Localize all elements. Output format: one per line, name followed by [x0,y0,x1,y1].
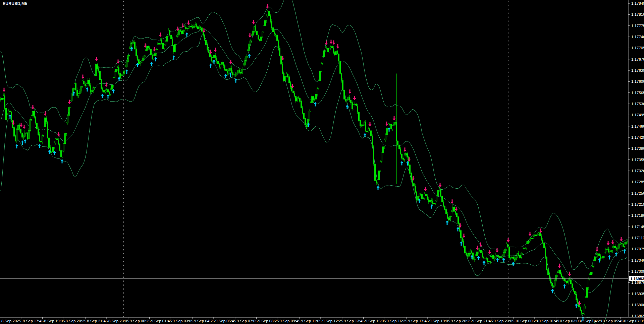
candle-body [169,30,170,35]
candle-body [534,236,535,237]
candle-body [554,280,555,286]
candle-body [435,201,436,203]
candle-body [249,44,250,51]
candle-body [423,198,424,198]
candle-body [38,129,39,134]
price-axis-label: 1.16865 [631,314,644,318]
price-axis-label: 1.17285 [631,180,644,184]
candle-body [219,64,220,67]
candle-body [4,96,5,109]
candle-body [419,194,420,196]
candle-body [503,252,504,256]
candle-body [575,291,576,294]
candle-body [78,93,79,95]
candle-body [15,136,16,141]
candle-body [2,99,3,100]
candle-body [235,75,236,75]
candle-body [16,130,17,141]
candle-body [63,144,64,151]
candle-body [603,256,604,258]
candle-body [412,180,413,184]
candle-body [23,136,24,137]
candle-body [172,39,173,45]
candle-body [338,54,339,61]
candle-body [247,51,248,56]
price-axis-label: 1.16900 [631,303,644,307]
candle-body [558,270,559,273]
candle-body [377,180,378,183]
time-axis-label: 9 Sep 04:25 [194,319,215,323]
candle-body [564,279,565,281]
candle-body [443,202,444,206]
candle-body [89,80,90,86]
candle-body [75,83,76,90]
price-axis-label: 1.17670 [631,57,644,61]
candle-body [619,244,620,248]
candle-body [141,61,142,62]
candle-body [255,26,256,31]
candle-body [363,125,364,126]
candle-body [595,257,596,261]
candle-body [359,112,360,121]
candle-body [431,200,432,201]
candle-body [428,199,429,202]
candle-body [522,249,523,253]
candle-body [263,26,264,32]
candle-body [37,123,38,129]
candle-body [152,55,153,59]
candle-body [257,31,258,35]
candle-body [581,310,582,313]
candle-body [585,298,586,306]
candle-body [438,190,439,196]
candle-body [243,65,244,69]
candle-body [294,93,295,96]
candle-body [434,203,435,204]
candle-body [118,68,119,73]
candle-body [55,139,56,143]
symbol-timeframe-label: EURUSD,M5 [3,1,27,6]
candle-body [253,31,254,36]
candle-body [220,64,221,67]
candle-body [27,133,28,139]
current-price-value: 1.16983 [630,277,644,281]
candle-body [600,256,601,259]
candle-body [67,115,68,123]
candle-body [70,101,71,107]
time-axis-label: 9 Sep 11:05 [301,319,321,323]
candle-body [239,70,240,72]
candle-body [387,128,388,135]
candle-body [46,118,47,122]
candle-body [427,196,428,199]
candle-body [43,127,44,136]
candle-body [546,257,547,270]
candle-body [367,131,368,132]
candle-body [406,153,407,155]
candle-body [148,46,149,48]
price-axis-label: 1.17180 [631,213,644,217]
candle-body [384,140,385,147]
candle-body [333,48,334,53]
candle-body [187,28,188,29]
candle-body [568,280,569,283]
candle-body [383,147,384,153]
candle-body [557,273,558,275]
candle-body [396,122,397,141]
candle-body [537,234,538,235]
price-axis-label: 1.17635 [631,68,644,72]
candle-body [400,149,401,154]
candle-body [84,81,85,84]
candle-body [246,56,247,61]
candle-body [20,129,21,133]
candle-body [604,252,605,256]
candle-body [609,252,610,252]
time-axis-label: 9 Sep 21:45 [472,319,493,323]
price-chart[interactable]: 1.178451.178101.177751.177401.177051.176… [0,0,644,324]
price-axis-label: 1.16970 [631,280,644,284]
candle-body [273,28,274,32]
candle-body [572,284,573,288]
candle-body [495,255,496,258]
time-axis-label: 9 Sep 17:45 [408,319,429,323]
candle-body [173,45,174,52]
candle-body [18,125,19,130]
candle-body [267,11,268,16]
